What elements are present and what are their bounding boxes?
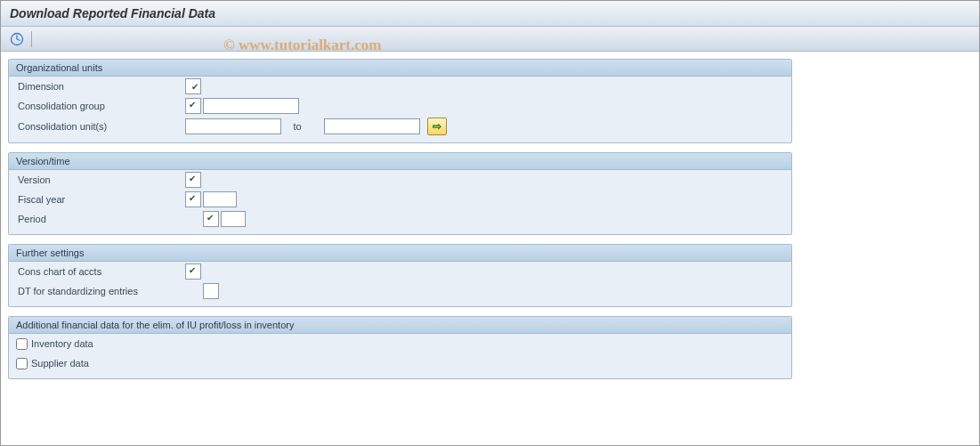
- group-header: Version/time: [9, 153, 791, 170]
- consolidation-unit-from-input[interactable]: [185, 118, 281, 134]
- inventory-data-checkbox[interactable]: [16, 338, 28, 350]
- required-check-icon: ✔: [189, 194, 196, 203]
- group-further-settings: Further settings Cons chart of accts ✔ D…: [8, 244, 792, 307]
- group-additional-financial-data: Additional financial data for the elim. …: [8, 316, 792, 379]
- row-period: Period ✔: [9, 209, 791, 229]
- required-check-icon: ✔: [189, 101, 196, 109]
- group-header: Additional financial data for the elim. …: [9, 317, 791, 334]
- dt-standardizing-label: DT for standardizing entries: [16, 286, 185, 296]
- row-fiscal-year: Fiscal year ✔: [9, 190, 791, 209]
- supplier-data-checkbox[interactable]: [16, 358, 28, 369]
- multiple-selection-button[interactable]: ⇨: [427, 118, 447, 135]
- required-check-icon: ✔: [191, 82, 198, 92]
- execute-icon[interactable]: [10, 32, 24, 46]
- consolidation-unit-label: Consolidation unit(s): [16, 121, 185, 132]
- toolbar-separator: [31, 31, 32, 47]
- row-consolidation-unit: Consolidation unit(s) to ⇨: [9, 116, 791, 137]
- consolidation-group-input[interactable]: [203, 98, 299, 114]
- svg-line-2: [17, 39, 20, 41]
- required-check-icon: ✔: [189, 174, 196, 183]
- consolidation-group-label: Consolidation group: [16, 101, 185, 111]
- required-check-icon: ✔: [207, 214, 214, 223]
- group-header: Further settings: [9, 245, 791, 262]
- group-organizational-units: Organizational units Dimension ✔ Consoli…: [8, 59, 792, 143]
- to-label: to: [271, 121, 324, 132]
- dt-standardizing-input[interactable]: [203, 283, 219, 299]
- row-inventory-data: Inventory data: [9, 334, 791, 353]
- dimension-label: Dimension: [16, 81, 185, 92]
- fiscal-year-input[interactable]: [203, 191, 237, 207]
- consolidation-unit-to-input[interactable]: [324, 118, 420, 134]
- period-label: Period: [16, 214, 185, 224]
- arrow-right-icon: ⇨: [433, 120, 441, 133]
- required-check-icon: ✔: [189, 266, 196, 275]
- group-version-time: Version/time Version ✔ Fiscal year ✔ Pe: [8, 152, 792, 235]
- row-dimension: Dimension ✔: [9, 77, 791, 96]
- row-dt-standardizing: DT for standardizing entries: [9, 281, 791, 301]
- inventory-data-label[interactable]: Inventory data: [31, 338, 93, 349]
- page-title: Download Reported Financial Data: [1, 1, 979, 27]
- row-consolidation-group: Consolidation group ✔: [9, 96, 791, 116]
- group-header: Organizational units: [9, 60, 791, 77]
- title-text: Download Reported Financial Data: [10, 6, 215, 20]
- fiscal-year-label: Fiscal year: [16, 194, 185, 205]
- row-cons-chart-accts: Cons chart of accts ✔: [9, 262, 791, 281]
- application-toolbar: [1, 27, 979, 52]
- supplier-data-label[interactable]: Supplier data: [31, 358, 89, 369]
- selection-screen: Organizational units Dimension ✔ Consoli…: [1, 52, 979, 395]
- row-supplier-data: Supplier data: [9, 353, 791, 373]
- period-input[interactable]: [221, 211, 246, 227]
- cons-chart-accts-label: Cons chart of accts: [16, 266, 185, 277]
- row-version: Version ✔: [9, 170, 791, 190]
- version-label: Version: [16, 174, 185, 185]
